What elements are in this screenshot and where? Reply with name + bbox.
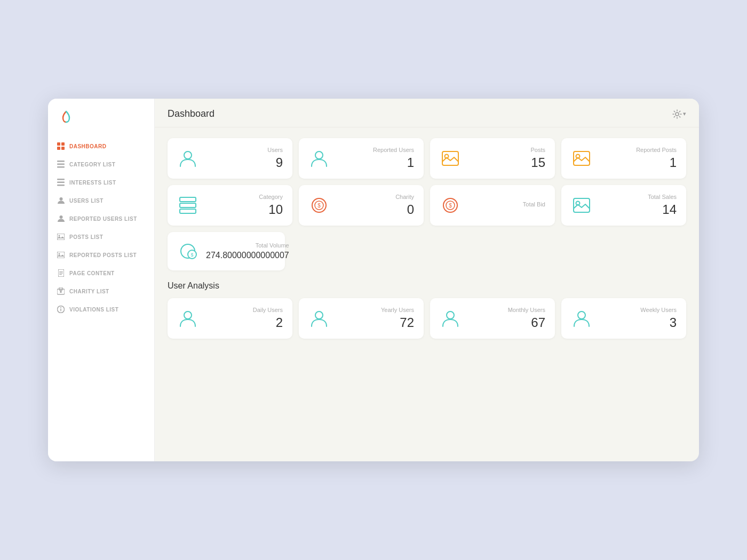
stat-info-daily-users: Daily Users 2: [206, 307, 283, 330]
stat-info-total-sales: Total Sales 14: [600, 194, 677, 217]
sidebar-item-label: Users List: [69, 198, 104, 204]
stat-label: Total Sales: [600, 194, 677, 200]
category-stat-icon: [177, 195, 198, 216]
list2-icon: [57, 178, 65, 187]
stat-value: 67: [468, 315, 545, 330]
stat-label: Reported Users: [337, 147, 414, 153]
sidebar-item-posts-list[interactable]: Posts List: [48, 228, 154, 246]
svg-text:$: $: [449, 203, 452, 209]
logo: [48, 99, 154, 133]
stat-card-users: Users 9: [168, 138, 292, 179]
svg-rect-2: [57, 147, 60, 150]
stat-value: 10: [206, 202, 283, 217]
user-analysis-title: User Analysis: [168, 281, 686, 291]
reported-posts-stat-icon: [571, 148, 592, 169]
user-analysis-cards: Daily Users 2 Yearly Users 72: [168, 298, 686, 339]
stat-card-total-bid: $ Total Bid: [430, 185, 555, 226]
topbar-actions: ▾: [672, 109, 686, 119]
grid-icon: [57, 142, 65, 150]
stat-value: 14: [600, 202, 677, 217]
sidebar-item-label: Violations List: [69, 307, 118, 313]
stat-value: 15: [468, 155, 545, 170]
svg-point-47: [184, 311, 192, 319]
svg-rect-29: [442, 151, 458, 165]
stat-card-reported-users: Reported Users 1: [299, 138, 424, 179]
sidebar-item-label: Interests List: [69, 180, 116, 186]
svg-point-15: [59, 253, 60, 255]
sidebar-item-label: Reported Users List: [69, 216, 137, 222]
svg-rect-31: [574, 151, 590, 165]
svg-point-10: [59, 197, 62, 201]
svg-text:$: $: [190, 252, 193, 258]
stat-info-weekly-users: Weekly Users 3: [600, 307, 677, 330]
sidebar-item-reported-posts[interactable]: Reported Posts List: [48, 246, 154, 264]
sidebar-item-users-list[interactable]: Users List: [48, 191, 154, 210]
stat-value: 3: [600, 315, 677, 330]
svg-point-50: [578, 311, 585, 319]
stat-value: 2: [206, 315, 283, 330]
stat-info-total-bid: Total Bid: [468, 201, 545, 210]
svg-rect-14: [57, 252, 65, 258]
info-icon: [57, 305, 65, 314]
sidebar-item-violations-list[interactable]: Violations List: [48, 300, 154, 318]
stat-info-posts: Posts 15: [468, 147, 545, 170]
stat-card-monthly-users: Monthly Users 67: [430, 298, 555, 339]
stat-value: 274.80000000000007: [206, 251, 289, 260]
stat-label: Total Bid: [468, 201, 545, 207]
sidebar-item-category-list[interactable]: Category List: [48, 155, 154, 173]
stat-label: Posts: [468, 147, 545, 153]
dashboard-content: Users 9 Reported Users 1: [155, 127, 699, 461]
reported-user-stat-icon: [308, 148, 330, 169]
svg-rect-1: [61, 142, 65, 146]
stat-info-monthly-users: Monthly Users 67: [468, 307, 545, 330]
stat-label: Users: [206, 147, 283, 153]
stat-info-total-volume: Total Volume 274.80000000000007: [206, 242, 289, 260]
sidebar-item-reported-users[interactable]: Reported Users List: [48, 210, 154, 228]
stat-info-reported-users: Reported Users 1: [337, 147, 414, 170]
stat-card-charity: $ Charity 0: [299, 185, 424, 226]
settings-button[interactable]: ▾: [672, 109, 686, 119]
svg-point-28: [315, 151, 323, 159]
stat-card-category: Category 10: [168, 185, 292, 226]
stat-value: 1: [600, 155, 677, 170]
stat-info-charity: Charity 0: [337, 194, 414, 217]
stat-info-users: Users 9: [206, 147, 283, 170]
posts-stat-icon: [440, 148, 461, 169]
stat-card-total-sales: Total Sales 14: [561, 185, 686, 226]
monthly-users-icon: [440, 308, 461, 329]
svg-rect-19: [59, 274, 62, 275]
svg-rect-5: [57, 164, 65, 165]
charity-icon: [57, 287, 65, 295]
svg-rect-24: [60, 309, 61, 311]
sidebar-item-label: Page Content: [69, 270, 115, 276]
main-content: Dashboard ▾: [155, 99, 699, 461]
stat-label: Reported Posts: [600, 147, 677, 153]
image-icon: [57, 233, 65, 241]
stat-card-posts: Posts 15: [430, 138, 555, 179]
stat-value: 72: [337, 315, 414, 330]
sidebar-item-charity-list[interactable]: Charity List: [48, 282, 154, 300]
user-icon: [57, 196, 65, 205]
svg-rect-35: [180, 209, 196, 213]
yearly-users-icon: [308, 308, 330, 329]
weekly-users-icon: [571, 308, 592, 329]
sidebar-item-label: Posts List: [69, 234, 103, 240]
sidebar-item-dashboard[interactable]: Dashboard: [48, 137, 154, 155]
svg-point-11: [59, 215, 62, 219]
svg-rect-7: [57, 179, 65, 180]
stat-card-total-volume: $ Total Volume 274.80000000000007: [168, 232, 285, 270]
sidebar-item-interests-list[interactable]: Interests List: [48, 173, 154, 191]
sidebar-item-label: Charity List: [69, 289, 109, 294]
settings-chevron: ▾: [683, 110, 686, 117]
reported-user-icon: [57, 214, 65, 223]
stat-value: 0: [337, 202, 414, 217]
topbar: Dashboard ▾: [155, 99, 699, 127]
svg-rect-22: [60, 291, 62, 293]
stat-value: 9: [206, 155, 283, 170]
svg-point-25: [60, 307, 61, 308]
svg-point-13: [59, 235, 60, 237]
reported-image-icon: [57, 251, 65, 259]
file-icon: [57, 269, 65, 277]
svg-rect-0: [57, 142, 60, 146]
sidebar-item-page-content[interactable]: Page Content: [48, 264, 154, 282]
